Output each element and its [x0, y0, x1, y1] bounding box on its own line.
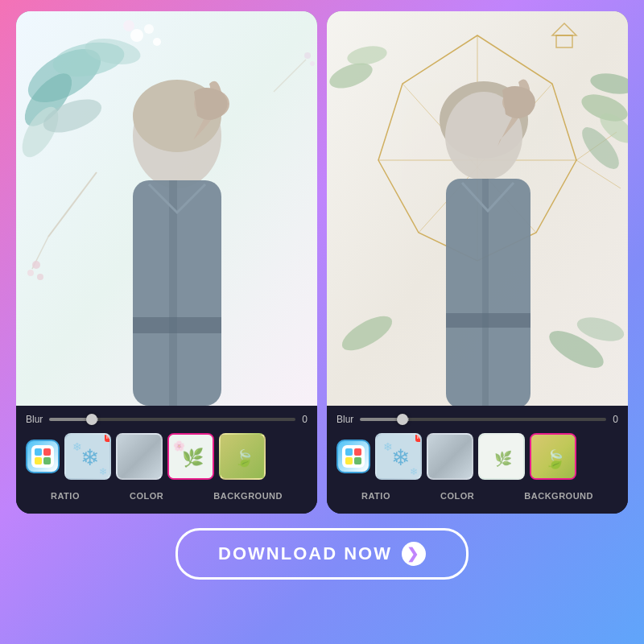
svg-text:🍃: 🍃 [544, 448, 567, 470]
svg-point-18 [310, 61, 315, 66]
right-photo-background [327, 11, 628, 406]
right-blur-row: Blur 0 [336, 414, 618, 425]
svg-rect-27 [43, 448, 51, 456]
svg-rect-29 [43, 457, 51, 464]
svg-text:❄: ❄ [99, 466, 107, 477]
left-photo-background [16, 11, 317, 406]
right-thumb-3[interactable]: 🌿 [478, 433, 525, 480]
svg-rect-76 [428, 435, 473, 480]
svg-point-13 [32, 261, 40, 269]
left-tab-color[interactable]: COLOR [125, 489, 168, 502]
left-blur-row: Blur 0 [26, 414, 308, 425]
svg-rect-22 [169, 180, 177, 406]
svg-rect-26 [35, 448, 42, 456]
svg-rect-28 [35, 457, 42, 464]
svg-text:❄: ❄ [72, 440, 82, 453]
svg-text:🍃: 🍃 [234, 448, 254, 468]
left-controls-area: Blur 0 [16, 406, 317, 514]
right-blur-slider[interactable] [360, 418, 606, 421]
download-now-button[interactable]: DOWNLOAD NOW ❯ [175, 528, 469, 580]
left-thumbnails-row: N ❄ ❄ ❄ [26, 433, 308, 480]
right-app-icon-svg [342, 445, 365, 468]
svg-rect-69 [354, 448, 361, 456]
svg-point-10 [153, 38, 161, 46]
right-thumb-2[interactable] [427, 433, 473, 480]
right-thumb-3-svg: 🌿 [480, 435, 525, 480]
svg-rect-68 [345, 448, 353, 456]
right-app-icon-thumb[interactable] [336, 440, 370, 473]
svg-rect-25 [31, 445, 54, 468]
left-blur-value: 0 [302, 414, 308, 425]
right-tab-ratio[interactable]: RATIO [357, 489, 395, 502]
svg-text:❄: ❄ [391, 445, 410, 470]
svg-rect-23 [133, 317, 221, 333]
left-tab-background[interactable]: BACKGROUND [208, 489, 287, 502]
left-tab-ratio[interactable]: RATIO [46, 489, 85, 502]
right-photo-area [327, 11, 628, 406]
right-bottom-tabs: RATIO COLOR BACKGROUND [336, 486, 618, 507]
right-thumb-1[interactable]: N ❄ ❄ ❄ [375, 433, 422, 480]
left-thumb-1-new-badge: N [105, 433, 111, 442]
main-container: Blur 0 [8, 11, 636, 514]
left-photo-area [16, 11, 317, 406]
app-icon-svg [31, 445, 54, 468]
right-phone-card: Blur 0 [327, 11, 628, 514]
download-button-label: DOWNLOAD NOW [218, 543, 392, 564]
svg-rect-65 [446, 313, 530, 328]
left-app-icon-thumb[interactable] [26, 440, 60, 473]
svg-point-7 [130, 29, 143, 42]
left-phone-card: Blur 0 [16, 11, 317, 514]
svg-text:❄: ❄ [383, 440, 393, 453]
left-thumb-1-svg: ❄ ❄ ❄ [66, 435, 111, 480]
svg-text:❄: ❄ [80, 445, 99, 470]
left-blur-slider[interactable] [49, 418, 295, 421]
right-thumb-1-new-badge: N [415, 433, 422, 442]
svg-text:❄: ❄ [410, 466, 418, 477]
right-controls-area: Blur 0 [327, 406, 628, 514]
left-thumb-4-svg: 🍃 [221, 435, 266, 480]
svg-point-14 [27, 270, 34, 276]
svg-rect-35 [118, 435, 163, 480]
left-thumb-4[interactable]: 🍃 [219, 433, 266, 480]
right-blur-thumb[interactable] [397, 414, 408, 425]
svg-point-17 [304, 52, 311, 59]
left-bottom-tabs: RATIO COLOR BACKGROUND [26, 486, 308, 507]
svg-text:🌸: 🌸 [173, 440, 185, 452]
download-section: DOWNLOAD NOW ❯ [175, 528, 469, 580]
svg-text:🌿: 🌿 [182, 447, 204, 469]
svg-text:🌿: 🌿 [494, 450, 513, 468]
left-thumb-2-svg [118, 435, 163, 480]
right-blur-value: 0 [613, 414, 618, 425]
right-blur-label: Blur [336, 414, 353, 425]
download-arrow-icon: ❯ [402, 542, 426, 566]
left-blur-thumb[interactable] [86, 414, 97, 425]
right-thumb-2-svg [428, 435, 473, 480]
right-thumbnails-row: N ❄ ❄ ❄ [336, 433, 618, 480]
svg-point-15 [37, 274, 43, 280]
svg-rect-70 [345, 457, 353, 464]
svg-point-8 [144, 24, 154, 34]
right-thumb-4-svg: 🍃 [531, 435, 576, 480]
left-thumb-2[interactable] [116, 433, 163, 480]
right-thumb-1-svg: ❄ ❄ ❄ [377, 435, 422, 480]
svg-rect-64 [482, 179, 489, 406]
svg-rect-67 [342, 445, 365, 468]
arrow-symbol: ❯ [407, 545, 420, 563]
svg-point-9 [123, 20, 134, 31]
left-blur-label: Blur [26, 414, 43, 425]
left-thumb-1[interactable]: N ❄ ❄ ❄ [64, 433, 111, 480]
left-thumb-3-svg: 🌿 🌸 [169, 435, 214, 480]
left-thumb-3-selected[interactable]: 🌿 🌸 [167, 433, 214, 480]
svg-rect-71 [354, 457, 361, 464]
right-tab-background[interactable]: BACKGROUND [519, 489, 598, 502]
right-thumb-4-selected[interactable]: 🍃 [530, 433, 576, 480]
right-tab-color[interactable]: COLOR [436, 489, 479, 502]
